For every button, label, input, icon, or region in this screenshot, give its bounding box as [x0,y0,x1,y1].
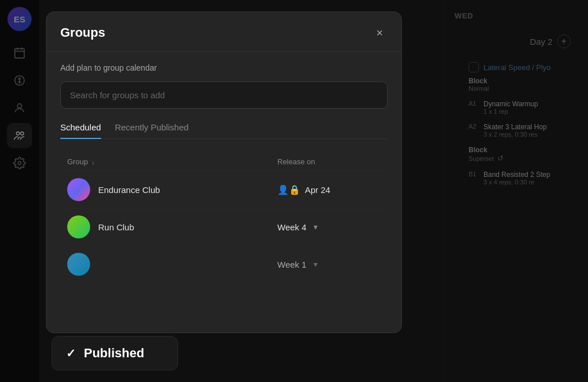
group-name-endurance: Endurance Club [98,185,277,195]
group-release-week-run: Week 4 [277,222,307,232]
group-release-date-endurance: Apr 24 [305,185,330,195]
search-input[interactable] [60,82,388,109]
sort-arrow-icon[interactable]: ↓ [91,159,95,165]
group-release-run: Week 4 ▾ [277,222,381,232]
modal-close-button[interactable]: × [372,25,388,41]
group-row-partial[interactable]: Week 1 ▾ [60,245,388,283]
table-header: Group ↓ Release on [60,153,388,171]
col-group-header: Group ↓ [67,157,273,166]
group-avatar-partial [67,253,90,276]
group-release-week-partial: Week 1 [277,260,307,269]
col-release-header: Release on [277,157,381,166]
group-avatar-run [67,215,90,238]
tab-scheduled[interactable]: Scheduled [60,122,101,139]
published-bar: ✓ Published [52,336,178,371]
group-row-run[interactable]: Run Club Week 4 ▾ [60,208,388,245]
group-row-endurance[interactable]: Endurance Club 👤🔒 Apr 24 [60,171,388,208]
published-label: Published [84,346,144,361]
group-avatar-endurance [67,178,90,201]
groups-modal: Groups × Add plan to group calendar Sche… [46,11,402,333]
release-person-lock-icon: 👤🔒 [277,184,300,195]
dropdown-arrow-icon-2[interactable]: ▾ [314,260,318,269]
modal-subtitle: Add plan to group calendar [60,63,388,72]
published-check-icon: ✓ [66,346,76,360]
group-name-run: Run Club [98,222,277,232]
tab-recently-published[interactable]: Recently Published [115,122,188,139]
group-release-partial: Week 1 ▾ [277,260,381,269]
tabs: Scheduled Recently Published [60,122,388,139]
modal-body: Add plan to group calendar Scheduled Rec… [47,52,401,294]
modal-header: Groups × [47,12,401,52]
search-container [60,82,388,109]
group-release-endurance: 👤🔒 Apr 24 [277,184,381,195]
modal-title: Groups [60,25,105,40]
dropdown-arrow-icon[interactable]: ▾ [314,222,318,231]
